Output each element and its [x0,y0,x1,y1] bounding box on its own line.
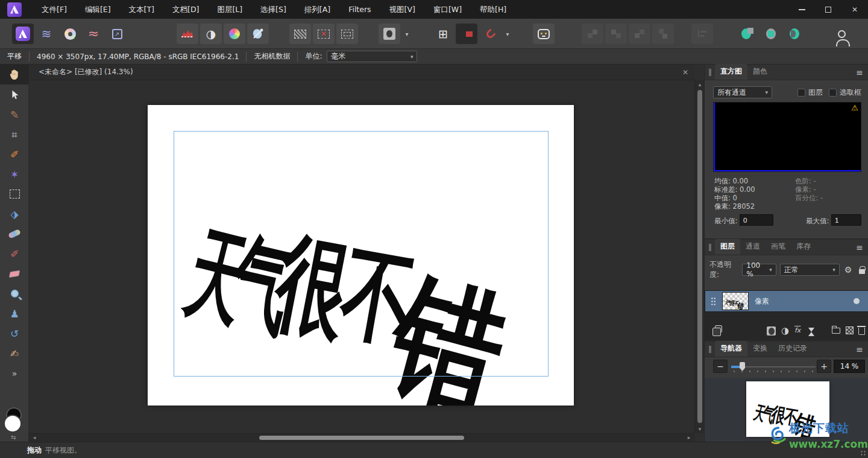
document-viewport[interactable]: 天 气 很 不 错 [29,80,694,433]
tab-close-icon[interactable]: ✕ [682,68,688,77]
tab-transform[interactable]: 变换 [747,341,773,357]
menu-text[interactable]: 文本[T] [120,0,163,19]
flood-fill-tool[interactable]: ⬗ [0,204,29,224]
menu-layer[interactable]: 图层[L] [208,0,251,19]
max-value-input[interactable] [831,214,861,226]
canvas[interactable]: 天 气 很 不 错 [148,105,574,406]
quick-mask-button[interactable] [379,24,400,44]
more-tools-button[interactable]: » [0,363,29,383]
tab-brushes[interactable]: 画笔 [766,239,791,255]
panel-menu-icon[interactable]: ≡ [856,243,863,252]
panel-menu-icon[interactable]: ≡ [856,345,863,354]
layer-effects-button[interactable]: fx [794,326,800,334]
tab-channels[interactable]: 通道 [740,239,766,255]
min-value-input[interactable] [740,214,773,226]
adjustment-button[interactable]: ◑ [781,325,789,336]
auto-contrast-button[interactable]: ◑ [200,24,222,44]
scroll-up-icon[interactable]: ▴ [695,80,705,89]
vertical-scroll-thumb[interactable] [697,90,702,423]
swap-colours-icon[interactable]: ⇆ [11,434,16,441]
quick-mask-dropdown[interactable]: ▾ [402,24,412,44]
insert-behind-button[interactable] [737,24,758,44]
auto-levels-button[interactable] [177,24,198,44]
lock-icon[interactable] [859,269,865,274]
menu-filters[interactable]: Filters [339,0,380,19]
deselect-button[interactable]: ✕ [313,24,335,44]
layer-settings-gear-icon[interactable]: ⚙ [844,265,852,275]
scroll-down-icon[interactable]: ▾ [695,425,705,433]
group-layers-button[interactable] [832,326,840,334]
colour-swatches[interactable]: ⇆ [2,407,27,435]
close-button[interactable]: ✕ [841,0,868,19]
scroll-right-icon[interactable]: ▸ [685,434,693,442]
colour-picker-tool[interactable]: ✎ [0,104,29,124]
smudge-tool[interactable]: ✍ [0,343,29,363]
mask-layer-button[interactable] [767,326,776,336]
liquify-persona-button[interactable]: ≋ [36,24,57,44]
undo-brush-tool[interactable]: ↺ [0,323,29,343]
auto-white-balance-button[interactable] [247,24,269,44]
add-layer-button[interactable] [846,326,854,334]
flood-select-tool[interactable]: ✶ [0,164,29,184]
marquee-checkbox[interactable] [829,89,837,97]
tab-histogram[interactable]: 直方图 [715,64,747,80]
account-button[interactable] [831,24,852,44]
zoom-in-button[interactable]: + [817,360,831,373]
marquee-tool[interactable] [0,184,29,204]
maximize-button[interactable] [815,0,841,19]
auto-colours-button[interactable] [224,24,245,44]
menu-edit[interactable]: 编辑[E] [76,0,120,19]
document-tab[interactable]: <未命名> [已修改] (14.3%) [29,67,133,77]
zoom-slider-thumb[interactable] [740,362,745,371]
panel-grip-icon[interactable] [709,244,711,251]
move-tool[interactable] [0,84,29,104]
foreground-colour-swatch[interactable] [4,415,22,433]
menu-help[interactable]: 帮助[H] [471,0,515,19]
selection-from-layer-button[interactable] [289,24,311,44]
insert-on-top-button[interactable] [784,24,805,44]
blur-tool[interactable] [0,284,29,304]
selection-border-button[interactable] [336,24,358,44]
gradient-tool[interactable] [0,224,29,244]
menu-select[interactable]: 选择[S] [251,0,295,19]
minimize-button[interactable] [788,0,815,19]
force-pixel-alignment-button[interactable] [456,24,477,44]
paint-brush-tool[interactable]: ✐ [0,244,29,264]
unit-select[interactable]: 毫米 ▾ [327,51,417,62]
erase-brush-tool[interactable] [0,264,29,284]
tab-stock[interactable]: 库存 [791,239,816,255]
delete-layer-button[interactable] [858,326,865,335]
layer-drag-handle[interactable] [711,297,716,306]
insert-inside-button[interactable] [760,24,782,44]
tab-history[interactable]: 历史记录 [773,341,813,357]
vertical-scrollbar[interactable]: ▴ ▾ [694,80,704,433]
blend-mode-select[interactable]: 正常 ▾ [780,264,840,276]
panel-grip-icon[interactable] [709,346,711,353]
selection-brush-tool[interactable]: ✐ [0,144,29,164]
photo-persona-button[interactable] [12,24,34,44]
live-filter-button[interactable] [808,328,814,332]
snapping-dropdown[interactable]: ▾ [503,24,512,44]
channel-select[interactable]: 所有通道 ▾ [713,86,772,98]
menu-window[interactable]: 窗口[W] [424,0,471,19]
clone-brush-tool[interactable]: ♟ [0,304,29,323]
menu-arrange[interactable]: 排列[A] [295,0,339,19]
duplicate-layer-button[interactable] [712,325,722,334]
tone-mapping-persona-button[interactable]: ≈ [83,24,104,44]
tab-colour[interactable]: 颜色 [747,64,773,80]
horizontal-scroll-thumb[interactable] [259,436,464,440]
panel-grip-icon[interactable] [709,69,711,76]
menu-view[interactable]: 视图[V] [380,0,424,19]
scroll-left-icon[interactable]: ◂ [30,434,39,442]
view-tool[interactable] [0,65,29,84]
snapping-options-button[interactable]: ⊞ [432,24,454,44]
menu-document[interactable]: 文档[D] [163,0,208,19]
panel-menu-icon[interactable]: ≡ [856,68,863,77]
zoom-value-field[interactable]: 14 % [834,360,865,373]
tab-navigator[interactable]: 导航器 [715,341,747,357]
layer-thumbnail[interactable]: 天 气 很 不 错 [722,292,749,310]
snapping-toggle-button[interactable] [479,24,501,44]
opacity-select[interactable]: 100 % ▾ [742,264,776,276]
export-persona-button[interactable]: ↗ [106,24,128,44]
develop-persona-button[interactable] [59,24,81,44]
